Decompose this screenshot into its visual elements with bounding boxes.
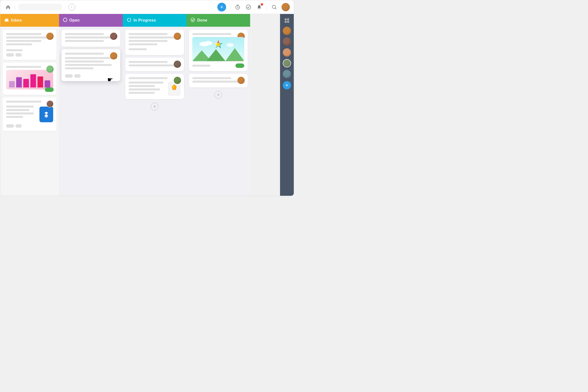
sidebar-avatar-3[interactable] bbox=[283, 48, 291, 56]
dropbox-icon bbox=[40, 106, 53, 122]
svg-rect-25 bbox=[287, 18, 289, 20]
user-avatar[interactable] bbox=[282, 3, 290, 11]
open-header-icon bbox=[63, 18, 68, 23]
inbox-title: Inbox bbox=[11, 18, 22, 22]
search-icon[interactable] bbox=[271, 4, 278, 10]
sidebar-avatar-5[interactable] bbox=[283, 70, 291, 78]
inbox-card-1-avatar bbox=[46, 32, 54, 40]
main-layout: Inbox bbox=[0, 14, 294, 196]
done-add-button[interactable]: + bbox=[214, 91, 222, 99]
sidebar-avatar-4[interactable] bbox=[283, 59, 291, 68]
sidebar-avatar-2[interactable] bbox=[283, 38, 291, 46]
done-header: Done bbox=[186, 14, 250, 27]
top-nav: i + bbox=[0, 0, 294, 14]
open-card-1-avatar bbox=[110, 32, 117, 40]
done-title: Done bbox=[197, 18, 207, 22]
inbox-card-3-tags bbox=[6, 124, 53, 128]
column-inprogress: In Progress bbox=[123, 14, 186, 196]
svg-point-16 bbox=[204, 41, 212, 45]
nav-divider-4 bbox=[266, 4, 267, 10]
done-card-1[interactable] bbox=[189, 30, 248, 71]
inbox-card-2[interactable] bbox=[3, 62, 56, 95]
inprogress-add-button[interactable]: + bbox=[151, 103, 158, 110]
inbox-card-3-avatar bbox=[46, 100, 54, 108]
inbox-card-1[interactable] bbox=[3, 30, 56, 60]
nav-add-button[interactable]: + bbox=[217, 3, 226, 12]
svg-rect-27 bbox=[287, 21, 289, 23]
nav-right: + bbox=[217, 3, 290, 12]
open-card-2-avatar bbox=[110, 52, 117, 60]
inprogress-body: + bbox=[123, 27, 186, 196]
inprogress-card-2[interactable] bbox=[125, 58, 184, 71]
info-icon[interactable]: i bbox=[68, 4, 75, 10]
inbox-header: Inbox bbox=[0, 14, 59, 27]
inbox-card-2-avatar bbox=[46, 66, 54, 73]
timer-icon[interactable] bbox=[234, 4, 241, 10]
inprogress-header-icon bbox=[127, 18, 132, 24]
inprogress-card-1-avatar bbox=[174, 32, 181, 40]
inprogress-title: In Progress bbox=[134, 18, 156, 22]
inbox-card-3[interactable] bbox=[3, 97, 56, 131]
column-inbox: Inbox bbox=[0, 14, 59, 196]
open-card-2-tags bbox=[65, 74, 117, 78]
sidebar-grid-icon[interactable] bbox=[283, 16, 291, 25]
board-area: Inbox bbox=[0, 14, 280, 196]
svg-point-17 bbox=[226, 43, 234, 47]
svg-rect-26 bbox=[285, 21, 287, 23]
column-done: Done bbox=[186, 14, 250, 196]
sidebar-avatar-1[interactable] bbox=[283, 27, 291, 35]
notification-badge bbox=[260, 3, 264, 6]
inbox-body bbox=[0, 27, 59, 196]
done-card-2-avatar bbox=[238, 77, 245, 84]
svg-point-3 bbox=[64, 18, 67, 22]
open-title: Open bbox=[69, 18, 80, 22]
sidebar-add-button[interactable]: + bbox=[283, 81, 291, 90]
right-sidebar: + bbox=[280, 14, 294, 196]
open-card-1[interactable] bbox=[62, 30, 120, 47]
column-open: Open bbox=[59, 14, 123, 196]
inbox-card-1-tags bbox=[6, 53, 53, 56]
nav-divider-2 bbox=[65, 4, 66, 10]
done-card-2[interactable] bbox=[189, 74, 248, 88]
open-card-2-dragging[interactable]: ☛ bbox=[62, 49, 120, 81]
inbox-card-2-badge bbox=[45, 88, 54, 92]
done-card-1-badge bbox=[236, 64, 244, 68]
check-icon[interactable] bbox=[245, 4, 252, 10]
open-body: ☛ bbox=[59, 27, 123, 196]
svg-point-1 bbox=[246, 5, 251, 9]
open-header: Open bbox=[59, 14, 123, 27]
inprogress-card-2-avatar bbox=[174, 60, 181, 68]
home-icon[interactable] bbox=[4, 3, 12, 11]
inprogress-card-3-avatar bbox=[174, 77, 181, 84]
bell-icon[interactable] bbox=[256, 4, 263, 10]
inprogress-header: In Progress bbox=[123, 14, 186, 27]
svg-point-10 bbox=[191, 18, 195, 22]
inbox-header-icon bbox=[4, 18, 9, 24]
nav-divider-3 bbox=[230, 4, 230, 10]
svg-rect-24 bbox=[285, 18, 287, 20]
chart-visual bbox=[6, 70, 53, 90]
inprogress-card-3[interactable] bbox=[125, 74, 184, 99]
done-header-icon bbox=[190, 18, 195, 24]
nav-divider-1 bbox=[15, 4, 15, 10]
inprogress-card-1[interactable] bbox=[125, 30, 184, 55]
nav-search-bar[interactable] bbox=[18, 4, 62, 10]
done-body: + bbox=[186, 27, 250, 196]
done-card-image bbox=[192, 37, 244, 62]
